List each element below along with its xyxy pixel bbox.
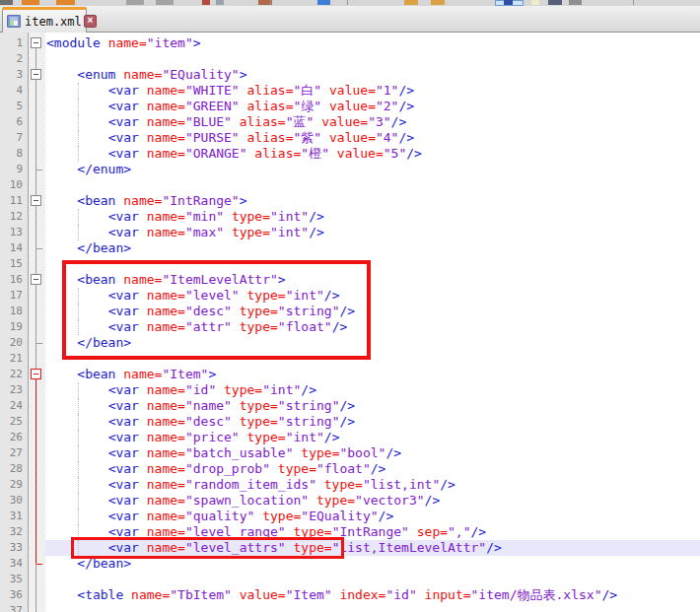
tab-close-button[interactable]: ×: [84, 15, 97, 28]
toolbar-icon-fragment[interactable]: [531, 0, 539, 5]
line-number[interactable]: 31: [0, 509, 29, 524]
code-line[interactable]: <module name="item">: [45, 35, 700, 51]
fold-margin: [29, 240, 45, 256]
code-line-row: 14 </bean>: [0, 240, 700, 256]
code-line[interactable]: </enum>: [45, 162, 700, 177]
code-line[interactable]: <var name="batch_usable" type="bool"/>: [45, 445, 700, 461]
line-number[interactable]: 22: [0, 367, 29, 382]
line-number[interactable]: 10: [0, 177, 29, 193]
code-line[interactable]: <var name="name" type="string"/>: [45, 398, 700, 414]
code-line[interactable]: <var name="level" type="int"/>: [45, 288, 700, 304]
line-number[interactable]: 35: [0, 572, 29, 587]
line-number[interactable]: 18: [0, 304, 29, 319]
line-number[interactable]: 32: [0, 524, 29, 540]
toolbar-icon-fragment[interactable]: [431, 0, 445, 5]
code-line[interactable]: <var name="drop_prob" type="float"/>: [45, 461, 700, 477]
fold-toggle-icon[interactable]: [31, 37, 41, 48]
toolbar-icon-fragment[interactable]: [216, 0, 224, 5]
code-line[interactable]: <var name="desc" type="string"/>: [45, 414, 700, 430]
toolbar-icon-fragment[interactable]: [548, 0, 562, 5]
code-line[interactable]: [45, 177, 700, 193]
line-number[interactable]: 26: [0, 430, 29, 445]
toolbar-icon-fragment[interactable]: [504, 0, 513, 5]
line-number[interactable]: 37: [0, 603, 29, 612]
line-number[interactable]: 2: [0, 51, 29, 67]
line-number[interactable]: 27: [0, 445, 29, 461]
line-number[interactable]: 33: [0, 540, 29, 556]
line-number[interactable]: 13: [0, 225, 29, 240]
code-line[interactable]: <var name="min" type="int"/>: [45, 209, 700, 225]
line-number[interactable]: 15: [0, 256, 29, 272]
line-number[interactable]: 11: [0, 193, 29, 209]
fold-toggle-icon[interactable]: [31, 69, 41, 80]
code-token: "float": [316, 461, 371, 476]
toolbar-icon-fragment[interactable]: [56, 0, 75, 5]
line-number[interactable]: 3: [0, 67, 29, 83]
code-line[interactable]: [45, 351, 700, 367]
toolbar-icon-fragment[interactable]: [22, 0, 39, 5]
line-number[interactable]: 5: [0, 99, 29, 114]
line-number[interactable]: 6: [0, 114, 29, 130]
toolbar-icon-fragment[interactable]: [126, 0, 144, 5]
code-line[interactable]: <var name="quality" type="EQuality"/>: [45, 509, 700, 524]
line-number[interactable]: 28: [0, 461, 29, 477]
code-line[interactable]: [45, 51, 700, 67]
fold-toggle-icon[interactable]: [31, 274, 41, 285]
code-line[interactable]: </bean>: [45, 335, 700, 351]
line-number[interactable]: 23: [0, 382, 29, 398]
toolbar-icon-fragment[interactable]: [404, 0, 418, 5]
code-line[interactable]: [45, 256, 700, 272]
line-number[interactable]: 1: [0, 35, 29, 51]
code-line[interactable]: <var name="PURSE" alias="紫" value="4"/>: [45, 130, 700, 146]
toolbar-icon-fragment[interactable]: [156, 0, 174, 5]
code-line[interactable]: <bean name="IntRange">: [45, 193, 700, 209]
toolbar-icon-fragment[interactable]: [202, 0, 210, 5]
code-line[interactable]: <var name="level_attrs" type="list,ItemL…: [45, 540, 700, 556]
line-number[interactable]: 21: [0, 351, 29, 367]
code-line[interactable]: <table name="TbItem" value="Item" index=…: [45, 587, 700, 603]
toolbar-icon-fragment[interactable]: [317, 0, 330, 5]
line-number[interactable]: 34: [0, 556, 29, 572]
line-number[interactable]: 20: [0, 335, 29, 351]
line-number[interactable]: 19: [0, 319, 29, 335]
fold-toggle-icon[interactable]: [31, 195, 41, 206]
code-line[interactable]: <enum name="EQuality">: [45, 67, 700, 83]
line-number[interactable]: 24: [0, 398, 29, 414]
toolbar-icon-fragment[interactable]: [0, 0, 13, 5]
line-number[interactable]: 16: [0, 272, 29, 288]
code-line[interactable]: <var name="id" type="int"/>: [45, 382, 700, 398]
code-line[interactable]: <var name="random_item_ids" type="list,i…: [45, 477, 700, 493]
code-line[interactable]: [45, 603, 700, 612]
line-number[interactable]: 36: [0, 587, 29, 603]
code-line[interactable]: <bean name="Item">: [45, 367, 700, 382]
line-number[interactable]: 17: [0, 288, 29, 304]
code-line[interactable]: <bean name="ItemLevelAttr">: [45, 272, 700, 288]
code-token: name: [147, 146, 177, 161]
code-line[interactable]: </bean>: [45, 556, 700, 572]
code-line[interactable]: <var name="BLUE" alias="蓝" value="3"/>: [45, 114, 700, 130]
code-line[interactable]: </bean>: [45, 240, 700, 256]
code-line[interactable]: <var name="level_range" type="IntRange" …: [45, 524, 700, 540]
code-line[interactable]: <var name="attr" type="float"/>: [45, 319, 700, 335]
code-line[interactable]: [45, 572, 700, 587]
line-number[interactable]: 4: [0, 83, 29, 99]
line-number[interactable]: 8: [0, 146, 29, 162]
line-number[interactable]: 12: [0, 209, 29, 225]
tab-item-xml[interactable]: item.xml ×: [2, 7, 87, 33]
code-line[interactable]: <var name="WHITE" alias="白" value="1"/>: [45, 83, 700, 99]
fold-toggle-icon[interactable]: [31, 369, 41, 379]
code-line[interactable]: <var name="ORANGE" alias="橙" value="5"/>: [45, 146, 700, 162]
toolbar-icon-fragment[interactable]: [569, 0, 582, 5]
line-number[interactable]: 29: [0, 477, 29, 493]
code-line[interactable]: <var name="GREEN" alias="绿" value="2"/>: [45, 99, 700, 114]
code-editor[interactable]: 1<module name="item">23 <enum name="EQua…: [0, 33, 700, 612]
code-line[interactable]: <var name="max" type="int"/>: [45, 225, 700, 240]
code-line[interactable]: <var name="price" type="int"/>: [45, 430, 700, 445]
code-line[interactable]: <var name="desc" type="string"/>: [45, 304, 700, 319]
line-number[interactable]: 30: [0, 493, 29, 509]
line-number[interactable]: 9: [0, 162, 29, 177]
line-number[interactable]: 7: [0, 130, 29, 146]
code-line[interactable]: <var name="spawn_location" type="vector3…: [45, 493, 700, 509]
line-number[interactable]: 25: [0, 414, 29, 430]
line-number[interactable]: 14: [0, 240, 29, 256]
